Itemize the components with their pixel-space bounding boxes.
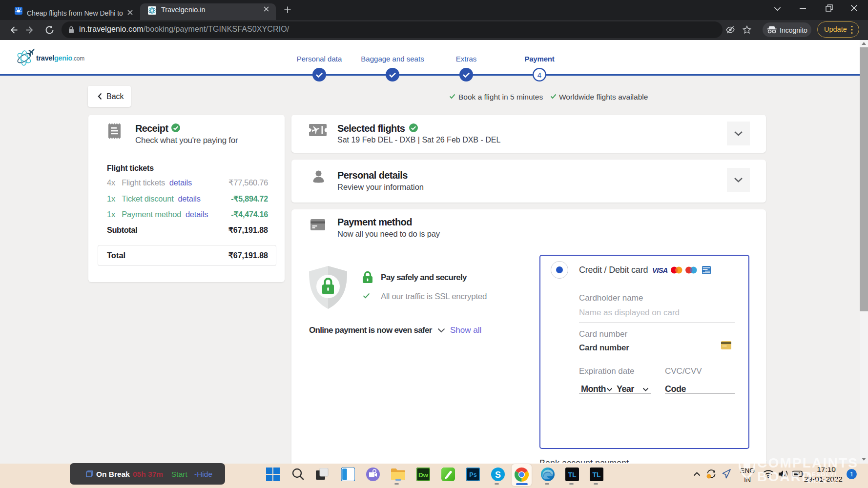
svg-text:Dw: Dw (418, 471, 429, 479)
svg-text:TL: TL (592, 471, 601, 479)
svg-text:TL: TL (568, 471, 577, 479)
svg-text:S: S (495, 470, 501, 480)
svg-text:Ps: Ps (469, 471, 476, 478)
